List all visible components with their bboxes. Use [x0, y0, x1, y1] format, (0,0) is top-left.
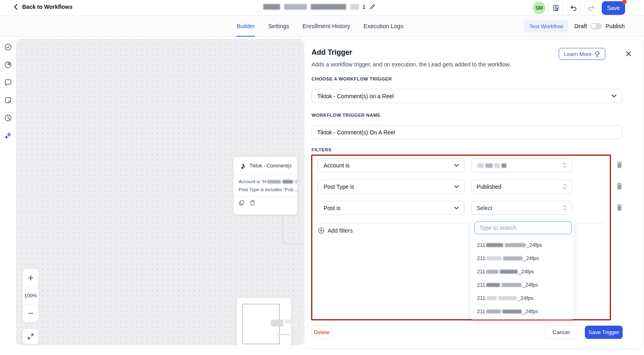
remove-filter-2-trash-icon[interactable] [616, 182, 624, 190]
redacted-account-value [477, 162, 507, 169]
lightbulb-icon [594, 51, 600, 57]
delete-trigger-button[interactable]: Delete [311, 326, 332, 339]
learn-more-button[interactable]: Learn More [559, 48, 605, 60]
publish-toggle[interactable] [590, 23, 602, 29]
filter-field-value: Account is [324, 162, 350, 169]
dropdown-option[interactable]: 211_24fps [471, 305, 574, 318]
version-history-button[interactable] [549, 1, 563, 15]
tab-enrollment-history[interactable]: Enrollment History [303, 16, 350, 37]
trigger-select-value: Tiktok - Comment(s) on a Reel [317, 93, 394, 99]
panel-title: Add Trigger [312, 48, 352, 57]
zoom-out-button[interactable] [23, 304, 38, 322]
option-suffix: _24fps [518, 295, 533, 301]
node-detail-line: Post Type is includes "Pub... [239, 186, 297, 194]
chevron-down-icon [454, 164, 459, 167]
comments-chat-bubble-icon[interactable] [4, 78, 12, 87]
filters-label: FILTERS [312, 147, 332, 152]
stats-pie-chart-icon[interactable] [4, 61, 12, 69]
workflow-trigger-select[interactable]: Tiktok - Comment(s) on a Reel [312, 89, 622, 103]
ai-sparkles-icon[interactable] [4, 132, 12, 140]
tab-builder[interactable]: Builder [237, 16, 255, 37]
option-prefix: 211 [477, 282, 485, 288]
cancel-button[interactable]: Cancel [545, 326, 577, 339]
redacted-text [284, 4, 307, 10]
dropdown-option[interactable]: 211_24fps [471, 238, 574, 252]
edit-title-pencil-icon[interactable] [369, 4, 376, 10]
node-connector-edge [283, 215, 304, 244]
topbar-actions: SM Save [533, 1, 625, 15]
dropdown-option[interactable]: 211_24fps [471, 278, 574, 291]
close-panel-icon[interactable] [625, 51, 632, 57]
workflow-title-suffix: 1 [362, 3, 365, 10]
tabs: Builder Settings Enrollment History Exec… [237, 16, 403, 37]
dropdown-option[interactable]: 211_24fps [471, 265, 574, 278]
notes-icon[interactable] [4, 96, 12, 104]
delete-node-trash-icon[interactable] [250, 200, 255, 206]
trigger-node-tiktok[interactable]: ♪ Tiktok - Comment(s Account is "H Post … [233, 157, 297, 215]
toggle-knob [591, 24, 596, 29]
chevron-left-icon [13, 4, 19, 10]
filter-value-select-3[interactable]: Select [471, 201, 572, 215]
unsaved-changes-badge [622, 0, 627, 4]
tiktok-icon: ♪ [241, 162, 245, 170]
redacted-text [263, 4, 280, 10]
chevron-up-down-icon [563, 184, 567, 190]
filter-value-select-2[interactable]: Published [471, 180, 572, 194]
save-trigger-button[interactable]: Save Trigger [585, 326, 623, 339]
zoom-controls: 100% [23, 268, 39, 322]
chevron-down-icon [454, 206, 459, 210]
undo-button[interactable] [566, 1, 581, 15]
chevron-up-down-icon [563, 162, 567, 168]
node-details: Account is "H Post Type is includes "Pub… [233, 175, 297, 196]
option-prefix: 211 [477, 295, 485, 301]
option-prefix: 211 [477, 268, 485, 275]
filter-field-select-3[interactable]: Post is [318, 201, 464, 215]
tabbar-right-controls: Test Workflow Draft Publish [524, 16, 625, 37]
minus-icon [28, 310, 34, 316]
actions-check-circle-icon[interactable] [4, 43, 12, 51]
dropdown-option[interactable]: 211_24fps [471, 252, 574, 265]
node-header: ♪ Tiktok - Comment(s [233, 157, 297, 174]
tab-execution-logs[interactable]: Execution Logs [363, 16, 403, 37]
option-suffix: _24fps [526, 242, 542, 248]
undo-icon [570, 4, 577, 12]
redacted-text [311, 4, 346, 10]
zoom-in-button[interactable] [23, 269, 38, 287]
plus-circle-icon [318, 227, 324, 234]
dropdown-option[interactable]: 211_24fps [471, 291, 574, 305]
learn-more-label: Learn More [564, 51, 592, 57]
tab-settings[interactable]: Settings [268, 16, 289, 37]
chevron-down-icon [454, 185, 459, 188]
publish-label: Publish [605, 23, 625, 29]
duplicate-node-icon[interactable] [239, 200, 244, 206]
redacted-text [350, 4, 359, 10]
redacted-text [295, 180, 297, 184]
remove-filter-1-trash-icon[interactable] [616, 161, 624, 169]
test-workflow-button[interactable]: Test Workflow [524, 20, 568, 33]
canvas-minimap[interactable] [237, 298, 291, 345]
filter-value-text: Published [477, 184, 502, 190]
filter-field-select-2[interactable]: Post Type is [318, 180, 464, 194]
back-to-workflows-button[interactable]: Back to Workflows [13, 4, 72, 10]
post-select-dropdown: 211_24fps 211_24fps 211_24fps 211_24fps … [471, 220, 574, 320]
workflow-canvas[interactable]: ♪ Tiktok - Comment(s Account is "H Post … [16, 39, 304, 345]
avatar[interactable]: SM [533, 2, 545, 14]
filter-value-text: Select [477, 205, 492, 211]
history-clock-icon[interactable] [4, 114, 12, 122]
add-filters-label: Add filters [328, 227, 353, 234]
remove-filter-3-trash-icon[interactable] [616, 204, 624, 212]
trigger-name-input[interactable] [312, 125, 622, 139]
zoom-level-indicator: 100% [23, 287, 38, 304]
redo-icon [588, 4, 595, 12]
redo-button[interactable] [584, 1, 599, 15]
dropdown-search-input[interactable] [474, 221, 572, 234]
filter-field-select-1[interactable]: Account is [318, 158, 464, 172]
add-filters-button[interactable]: Add filters [318, 227, 353, 234]
node-detail-text: Account is "H [239, 179, 266, 184]
filter-value-select-1[interactable] [471, 158, 572, 172]
save-button[interactable]: Save [602, 1, 625, 15]
redacted-text [283, 180, 293, 184]
tab-bar: Builder Settings Enrollment History Exec… [0, 16, 644, 37]
node-detail-line: Account is "H [239, 178, 297, 186]
fit-view-button[interactable] [23, 328, 39, 345]
